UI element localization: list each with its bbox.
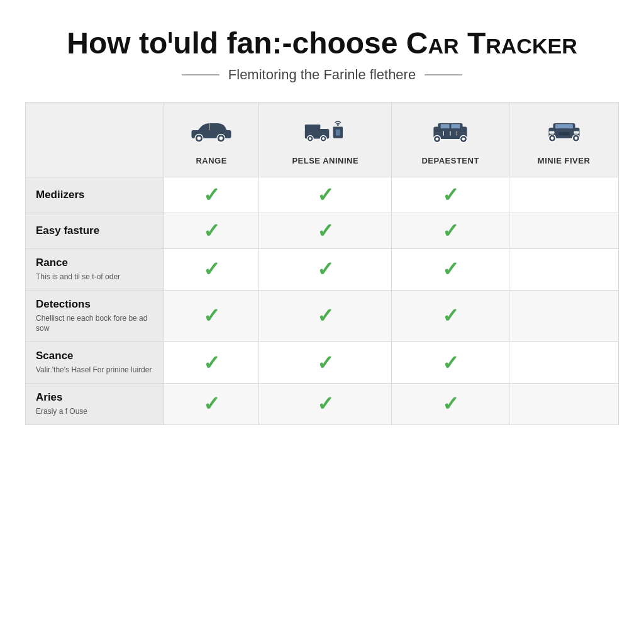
svg-point-33 xyxy=(550,136,553,140)
check-cell xyxy=(509,342,619,384)
check-cell: ✓ xyxy=(164,383,259,425)
table-body: Mediizers✓✓✓Easy fasture✓✓✓RanceThis is … xyxy=(26,177,619,425)
feature-name: Rance xyxy=(36,257,157,269)
check-cell xyxy=(509,383,619,425)
feature-desc: Chellisct ne each bock fore be ad sow xyxy=(36,313,157,335)
checkmark-icon: ✓ xyxy=(317,304,334,327)
checkmark-icon: ✓ xyxy=(442,392,459,415)
minie-label: Minie Fiver xyxy=(516,156,612,165)
header-col-depaestent: Depaestent xyxy=(392,102,509,177)
check-cell xyxy=(509,248,619,290)
page-header: How toıuld fan:-choose Car Tracker Flemi… xyxy=(25,25,619,83)
check-cell: ✓ xyxy=(392,342,509,384)
check-cell: ✓ xyxy=(259,248,392,290)
checkmark-icon: ✓ xyxy=(317,352,334,374)
svg-point-14 xyxy=(337,124,339,126)
main-title: How toıuld fan:-choose Car Tracker xyxy=(25,25,619,60)
feature-cell: Easy fasture xyxy=(26,213,164,248)
svg-rect-29 xyxy=(549,131,554,133)
check-cell: ✓ xyxy=(392,177,509,213)
pelse-label: Pelse Aninine xyxy=(265,156,385,165)
feature-name: Easy fasture xyxy=(36,225,157,237)
checkmark-icon: ✓ xyxy=(203,184,220,206)
checkmark-icon: ✓ xyxy=(203,304,220,327)
feature-desc: Valir.'the's Hasel For prinine luirder xyxy=(36,365,157,375)
svg-point-2 xyxy=(197,136,201,140)
svg-point-4 xyxy=(219,136,223,140)
feature-cell: Mediizers xyxy=(26,177,164,213)
check-cell: ✓ xyxy=(392,383,509,425)
feature-cell: AriesErasiy a f Ouse xyxy=(26,383,164,425)
svg-point-11 xyxy=(322,137,325,140)
check-cell: ✓ xyxy=(259,290,392,342)
feature-desc: Erasiy a f Ouse xyxy=(36,406,157,417)
checkmark-icon: ✓ xyxy=(203,392,220,415)
feature-name: Detections xyxy=(36,298,157,311)
feature-name: Mediizers xyxy=(36,189,157,201)
svg-rect-18 xyxy=(452,124,460,128)
table-row: RanceThis is and til se t-of oder✓✓✓ xyxy=(26,248,619,290)
svg-rect-17 xyxy=(441,124,450,128)
subtitle-wrapper: Flemitoring the Farinle flethere xyxy=(25,67,619,83)
minie-icon xyxy=(516,114,612,151)
checkmark-icon: ✓ xyxy=(203,258,220,280)
pelse-icon xyxy=(265,114,385,151)
svg-point-9 xyxy=(309,137,311,140)
range-icon xyxy=(170,114,252,151)
header-empty-col xyxy=(26,102,164,177)
check-cell: ✓ xyxy=(164,248,259,290)
depaestent-icon xyxy=(398,114,502,151)
table-row: ScanceValir.'the's Hasel For prinine lui… xyxy=(26,342,619,384)
checkmark-icon: ✓ xyxy=(317,392,334,415)
table-row: Mediizers✓✓✓ xyxy=(26,177,619,213)
subtitle-divider-right xyxy=(425,74,462,75)
check-cell: ✓ xyxy=(164,177,259,213)
svg-rect-30 xyxy=(574,131,579,133)
checkmark-icon: ✓ xyxy=(442,258,459,280)
subtitle-text: Flemitoring the Farinle flethere xyxy=(228,67,416,83)
check-cell: ✓ xyxy=(259,383,392,425)
check-cell xyxy=(509,177,619,213)
comparison-table: Range xyxy=(25,102,619,425)
svg-point-25 xyxy=(462,137,465,140)
header-col-minie: Minie Fiver xyxy=(509,102,619,177)
check-cell: ✓ xyxy=(392,213,509,248)
feature-name: Scance xyxy=(36,350,157,362)
svg-rect-13 xyxy=(336,129,340,135)
checkmark-icon: ✓ xyxy=(442,219,459,242)
feature-cell: RanceThis is and til se t-of oder xyxy=(26,248,164,290)
table-row: DetectionsChellisct ne each bock fore be… xyxy=(26,290,619,342)
check-cell xyxy=(509,290,619,342)
check-cell: ✓ xyxy=(259,213,392,248)
subtitle-divider-left xyxy=(182,74,219,75)
svg-rect-7 xyxy=(305,125,321,130)
check-cell: ✓ xyxy=(164,290,259,342)
header-col-pelse: Pelse Aninine xyxy=(259,102,392,177)
table-header-row: Range xyxy=(26,102,619,177)
checkmark-icon: ✓ xyxy=(317,258,334,280)
depaestent-label: Depaestent xyxy=(398,156,502,165)
check-cell: ✓ xyxy=(392,290,509,342)
checkmark-icon: ✓ xyxy=(442,304,459,327)
range-label: Range xyxy=(170,156,252,165)
check-cell: ✓ xyxy=(164,213,259,248)
feature-desc: This is and til se t-of oder xyxy=(36,272,157,282)
feature-cell: ScanceValir.'the's Hasel For prinine lui… xyxy=(26,342,164,384)
header-col-range: Range xyxy=(164,102,259,177)
svg-rect-31 xyxy=(558,132,569,136)
check-cell: ✓ xyxy=(259,342,392,384)
feature-name: Aries xyxy=(36,391,157,404)
check-cell xyxy=(509,213,619,248)
check-cell: ✓ xyxy=(259,177,392,213)
svg-point-35 xyxy=(574,136,577,140)
checkmark-icon: ✓ xyxy=(317,184,334,206)
checkmark-icon: ✓ xyxy=(317,219,334,242)
feature-cell: DetectionsChellisct ne each bock fore be… xyxy=(26,290,164,342)
checkmark-icon: ✓ xyxy=(442,184,459,206)
check-cell: ✓ xyxy=(164,342,259,384)
checkmark-icon: ✓ xyxy=(442,352,459,374)
svg-point-23 xyxy=(436,137,439,140)
checkmark-icon: ✓ xyxy=(203,352,220,374)
svg-rect-28 xyxy=(555,124,573,128)
table-row: AriesErasiy a f Ouse✓✓✓ xyxy=(26,383,619,425)
